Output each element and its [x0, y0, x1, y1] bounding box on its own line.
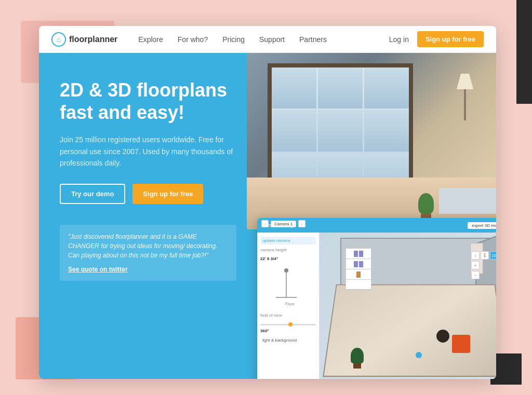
view-mode-icons: ↕ 🚶 2D 3D	[471, 251, 496, 260]
logo-text: floorplanner	[69, 35, 117, 44]
room-lamp	[455, 74, 475, 126]
sidebar-fov-label: field of view	[260, 313, 316, 318]
camera-prev-btn[interactable]: ‹	[261, 220, 269, 227]
app-toolbar-icons: ↕ 🚶 2D 3D + −	[471, 251, 496, 279]
sidebar-bg-label[interactable]: light & background	[260, 336, 316, 344]
room-plant	[418, 193, 434, 219]
svg-point-3	[284, 268, 288, 273]
login-link[interactable]: Log in	[389, 35, 409, 44]
hero-content: 2D & 3D floorplans fast and easy! Join 2…	[39, 53, 257, 281]
room-3d-view: ↕ 🚶 2D 3D + −	[320, 233, 496, 379]
icon-minus[interactable]: −	[471, 271, 480, 279]
nav-actions: Log in Sign up for free	[389, 31, 484, 47]
app-sidebar: update camera camera height 22' 8 3/4" F…	[257, 233, 320, 379]
nav-explore[interactable]: Explore	[138, 35, 163, 44]
icon-plus[interactable]: +	[471, 261, 480, 269]
app-export-button[interactable]: export 3D image	[468, 222, 496, 229]
quote-link[interactable]: See quote on twitter	[68, 266, 128, 273]
zoom-icons: −	[471, 271, 496, 279]
hero-title: 2D & 3D floorplans fast and easy!	[60, 79, 236, 124]
quote-block: "Just discovered floorplanner and it is …	[60, 225, 236, 281]
sidebar-height-label: camera height	[260, 248, 316, 252]
room-3d-floor	[323, 284, 496, 377]
nav-support[interactable]: Support	[259, 35, 285, 44]
logo: ⌂ floorplanner	[51, 32, 117, 47]
icon-2d[interactable]: 2D	[490, 251, 496, 260]
room-3d-table	[436, 330, 449, 343]
nav-for-who[interactable]: For who?	[178, 35, 208, 44]
app-main-view: ↕ 🚶 2D 3D + −	[320, 233, 496, 379]
nav-pricing[interactable]: Pricing	[222, 35, 245, 44]
room-3d-chair	[452, 335, 470, 353]
icon-person[interactable]: 🚶	[481, 251, 489, 260]
camera-name: Camera 1	[271, 221, 296, 227]
hero-section: 2D & 3D floorplans fast and easy! Join 2…	[39, 53, 496, 379]
sidebar-fov-value: 360°	[260, 329, 316, 333]
sidebar-update-camera[interactable]: update camera	[260, 237, 316, 244]
hero-buttons: Try our demo Sign up for free	[60, 184, 236, 204]
nav-partners[interactable]: Partners	[299, 35, 327, 44]
room-3d-shelves	[345, 248, 371, 290]
camera-next-btn[interactable]: ›	[298, 220, 305, 227]
svg-text:Floor: Floor	[285, 302, 295, 306]
quote-text: "Just discovered floorplanner and it is …	[68, 232, 228, 260]
sidebar-fov-slider[interactable]	[260, 324, 316, 325]
app-blue-dot	[416, 352, 422, 358]
app-toolbar: camera settings ‹ Camera 1 › export 3D i…	[257, 218, 496, 233]
bg-decoration-right	[516, 0, 532, 104]
app-ui-overlay: camera settings ‹ Camera 1 › export 3D i…	[257, 218, 496, 379]
hero-subtitle: Join 25 million registered users worldwi…	[60, 134, 236, 169]
icon-move[interactable]: ↕	[471, 251, 480, 260]
app-body: update camera camera height 22' 8 3/4" F…	[257, 233, 496, 379]
browser-window: ⌂ floorplanner Explore For who? Pricing …	[39, 26, 496, 379]
room-3d-plant	[351, 348, 364, 369]
logo-icon: ⌂	[51, 32, 66, 47]
camera-stick-figure: Floor	[260, 266, 312, 308]
hero-signup-button[interactable]: Sign up for free	[132, 184, 203, 204]
app-toolbar-right: export 3D image	[468, 222, 496, 229]
app-camera-nav: ‹ Camera 1 ›	[261, 220, 305, 227]
nav-links: Explore For who? Pricing Support Partner…	[138, 35, 389, 44]
navbar: ⌂ floorplanner Explore For who? Pricing …	[39, 26, 496, 53]
room-sofa	[439, 188, 496, 214]
plus-minus-icons: +	[471, 261, 496, 269]
demo-button[interactable]: Try our demo	[60, 184, 125, 204]
hero-room-image	[247, 53, 496, 229]
signup-button[interactable]: Sign up for free	[417, 31, 484, 47]
sidebar-height-value: 22' 8 3/4"	[260, 256, 316, 261]
